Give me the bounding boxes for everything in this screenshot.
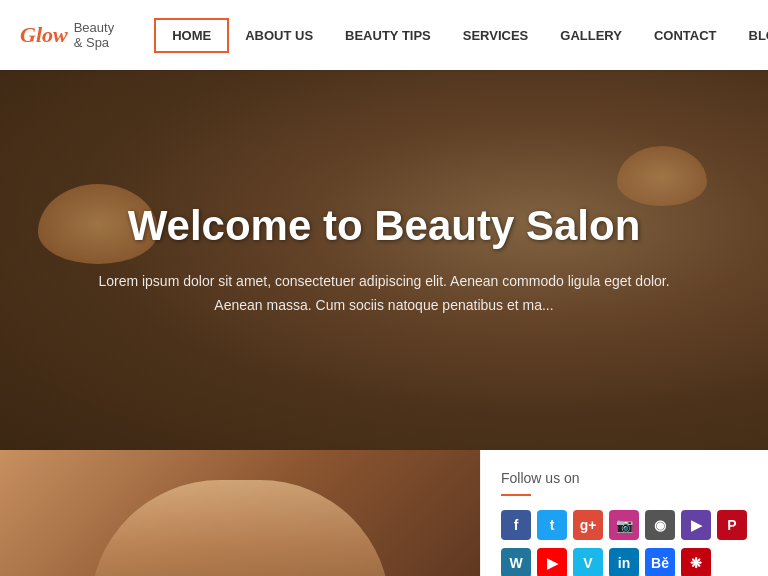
social-row-2: W▶VinBě❋ xyxy=(501,548,748,576)
circle-icon[interactable]: ◉ xyxy=(645,510,675,540)
social-grid: ftg+📷◉▶P W▶VinBě❋ xyxy=(501,510,748,576)
nav-item-services[interactable]: SERVICES xyxy=(447,20,545,51)
linkedin-icon[interactable]: in xyxy=(609,548,639,576)
wordpress-icon[interactable]: W xyxy=(501,548,531,576)
nav-item-home[interactable]: HOME xyxy=(154,18,229,53)
instagram-icon[interactable]: 📷 xyxy=(609,510,639,540)
site-header: Glow Beauty & Spa HOMEABOUT USBEAUTY TIP… xyxy=(0,0,768,70)
logo-glow-text: Glow xyxy=(20,22,68,48)
twitter-icon[interactable]: t xyxy=(537,510,567,540)
logo: Glow Beauty & Spa xyxy=(20,20,114,50)
bottom-section: Follow us on ftg+📷◉▶P W▶VinBě❋ xyxy=(0,450,768,576)
behance-icon[interactable]: Bě xyxy=(645,548,675,576)
google-plus-icon[interactable]: g+ xyxy=(573,510,603,540)
vimeo-icon[interactable]: V xyxy=(573,548,603,576)
twitch-icon[interactable]: ▶ xyxy=(681,510,711,540)
follow-divider xyxy=(501,494,531,496)
logo-subtitle: Beauty & Spa xyxy=(74,20,114,50)
nav-item-gallery[interactable]: GALLERY xyxy=(544,20,638,51)
nav-item-about-us[interactable]: ABOUT US xyxy=(229,20,329,51)
nav-item-blog[interactable]: BLOG xyxy=(733,20,768,51)
hero-title: Welcome to Beauty Salon xyxy=(84,202,684,250)
hero-subtitle: Lorem ipsum dolor sit amet, consectetuer… xyxy=(84,270,684,318)
hero-section: Welcome to Beauty Salon Lorem ipsum dolo… xyxy=(0,70,768,450)
bottom-spa-image xyxy=(0,450,480,576)
nav-item-beauty-tips[interactable]: BEAUTY TIPS xyxy=(329,20,447,51)
pinterest-icon[interactable]: P xyxy=(717,510,747,540)
facebook-icon[interactable]: f xyxy=(501,510,531,540)
main-nav: HOMEABOUT USBEAUTY TIPSSERVICESGALLERYCO… xyxy=(154,18,768,53)
social-row-1: ftg+📷◉▶P xyxy=(501,510,748,540)
hero-content: Welcome to Beauty Salon Lorem ipsum dolo… xyxy=(24,202,744,318)
social-panel: Follow us on ftg+📷◉▶P W▶VinBě❋ xyxy=(480,450,768,576)
follow-us-title: Follow us on xyxy=(501,470,748,486)
nav-item-contact[interactable]: CONTACT xyxy=(638,20,733,51)
youtube-icon[interactable]: ▶ xyxy=(537,548,567,576)
lastfm-icon[interactable]: ❋ xyxy=(681,548,711,576)
